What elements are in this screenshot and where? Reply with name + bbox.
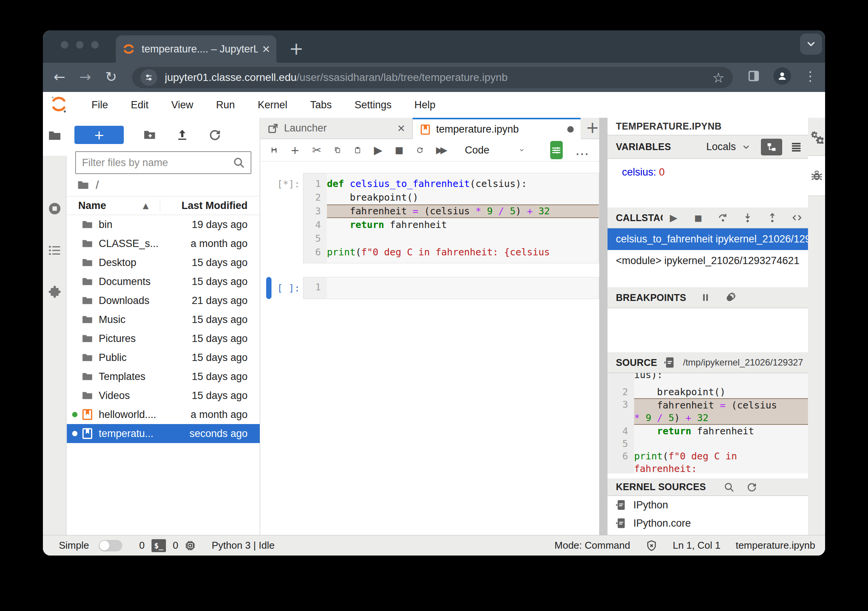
file-row[interactable]: Desktop15 days ago: [67, 253, 260, 272]
evaluate-code-icon[interactable]: [791, 212, 803, 223]
breadcrumb-root[interactable]: /: [96, 179, 99, 192]
trust-shield-icon[interactable]: [645, 540, 658, 552]
continue-icon[interactable]: ▶: [668, 212, 679, 223]
kernel-source-item[interactable]: IPython.core: [608, 514, 808, 532]
menu-tabs[interactable]: Tabs: [310, 99, 332, 111]
new-launcher-button[interactable]: +: [74, 126, 124, 144]
add-tab-button[interactable]: +: [586, 118, 599, 139]
menu-view[interactable]: View: [171, 99, 193, 111]
new-folder-icon[interactable]: [143, 128, 156, 142]
filter-files-input[interactable]: [76, 157, 232, 169]
deactivate-breakpoints-icon[interactable]: [725, 292, 736, 303]
menu-kernel[interactable]: Kernel: [258, 99, 287, 111]
file-row[interactable]: CLASSE_s...a month ago: [67, 234, 260, 253]
minimize-window-button[interactable]: [76, 41, 84, 49]
active-cell-indicator[interactable]: [266, 277, 271, 299]
scope-select[interactable]: Locals: [706, 141, 736, 153]
browser-tab[interactable]: temperature.... – JupyterLab ✕: [116, 35, 276, 63]
close-tab-icon[interactable]: ✕: [262, 43, 270, 55]
filter-files-field[interactable]: [75, 151, 251, 174]
open-source-icon[interactable]: [663, 356, 676, 369]
menu-help[interactable]: Help: [414, 99, 436, 111]
refresh-kernel-sources-icon[interactable]: [746, 481, 758, 493]
variables-section-header[interactable]: VARIABLES Locals: [608, 135, 808, 159]
bookmark-star-icon[interactable]: ☆: [712, 70, 724, 85]
terminals-count[interactable]: 0: [139, 540, 144, 551]
side-panel-icon[interactable]: [747, 69, 761, 83]
site-settings-icon[interactable]: [140, 69, 157, 86]
breadcrumb[interactable]: /: [67, 174, 260, 196]
file-row[interactable]: Music15 days ago: [67, 310, 260, 329]
home-folder-icon[interactable]: [77, 179, 90, 192]
search-kernel-sources-icon[interactable]: [723, 481, 735, 493]
kernel-source-item[interactable]: IPython.core.application: [608, 532, 808, 535]
sort-ascending-icon[interactable]: ▲: [143, 201, 148, 210]
kernel-sources-section-header[interactable]: KERNEL SOURCES: [608, 478, 808, 496]
tab-temperature-ipynb[interactable]: temperature.ipynb: [413, 118, 581, 139]
cell-type-chevron-icon[interactable]: [519, 145, 525, 155]
file-row[interactable]: helloworld....a month ago: [67, 405, 260, 424]
pause-on-exception-icon[interactable]: [700, 292, 711, 303]
address-bar[interactable]: jupyter01.classe.cornell.edu/user/ssasid…: [132, 67, 733, 88]
callstack-section-header[interactable]: CALLSTACK ▶ ■: [608, 207, 808, 228]
file-row[interactable]: bin19 days ago: [67, 215, 260, 234]
cut-cell-icon[interactable]: ✂: [312, 144, 321, 156]
file-row[interactable]: Public15 days ago: [67, 348, 260, 367]
cell-type-select[interactable]: Code: [465, 144, 489, 156]
interrupt-kernel-icon[interactable]: ■: [395, 144, 404, 156]
menu-settings[interactable]: Settings: [355, 99, 392, 111]
copy-cell-icon[interactable]: [334, 144, 341, 156]
tab-search-button[interactable]: [800, 33, 822, 55]
code-cell-2[interactable]: [ ]: 1: [260, 277, 599, 299]
source-section-header[interactable]: SOURCE /tmp/ipykernel_21026/1293274621: [608, 352, 808, 373]
cell2-editor[interactable]: 1: [303, 277, 599, 299]
file-row[interactable]: Downloads21 days ago: [67, 291, 260, 310]
restart-kernel-icon[interactable]: [416, 144, 424, 156]
paste-cell-icon[interactable]: [354, 144, 361, 156]
column-name[interactable]: Name: [67, 200, 143, 212]
column-last-modified[interactable]: Last Modified: [160, 200, 260, 212]
file-row[interactable]: Pictures15 days ago: [67, 329, 260, 348]
unsaved-changes-indicator[interactable]: [567, 126, 574, 133]
kernel-status[interactable]: Python 3 | Idle: [211, 540, 275, 551]
source-code-view[interactable]: ius):2 breakpoint()3 fahrenheit = (celsi…: [608, 373, 808, 473]
active-file-name[interactable]: temperature.ipynb: [735, 540, 815, 551]
close-window-button[interactable]: [61, 41, 68, 49]
forward-icon[interactable]: →: [79, 68, 91, 86]
reload-icon[interactable]: ↻: [105, 68, 117, 86]
callstack-frame[interactable]: celsius_to_fahrenheit ipykernel_21026/12…: [608, 228, 808, 250]
panel-splitter[interactable]: [599, 118, 608, 535]
step-in-icon[interactable]: [742, 212, 753, 223]
extension-manager-tab-icon[interactable]: [47, 285, 62, 299]
more-actions-icon[interactable]: …: [575, 142, 594, 158]
save-icon[interactable]: [270, 144, 278, 156]
tab-launcher[interactable]: Launcher ✕: [260, 118, 413, 139]
refresh-file-list-icon[interactable]: [208, 128, 222, 142]
simple-mode-toggle[interactable]: [99, 540, 122, 551]
breakpoints-section-header[interactable]: BREAKPOINTS: [608, 287, 808, 308]
file-row[interactable]: temperatu...seconds ago: [67, 424, 260, 443]
scope-chevron-icon[interactable]: [741, 142, 751, 152]
add-cell-icon[interactable]: +: [290, 144, 300, 156]
run-cell-icon[interactable]: ▶: [374, 144, 382, 156]
back-icon[interactable]: ←: [54, 68, 65, 86]
debugger-tab[interactable]: [808, 156, 825, 196]
file-browser-tab-icon[interactable]: [47, 128, 62, 143]
restart-run-all-icon[interactable]: ▶▶: [436, 144, 445, 156]
step-out-icon[interactable]: [767, 212, 778, 223]
code-cell-1[interactable]: [*]: 1def celsius_to_fahrenheit(celsius)…: [260, 173, 599, 263]
step-over-icon[interactable]: [717, 212, 729, 223]
terminate-icon[interactable]: ■: [693, 212, 704, 223]
cell1-editor[interactable]: 1def celsius_to_fahrenheit(celsius):2 br…: [303, 173, 599, 263]
cursor-position[interactable]: Ln 1, Col 1: [673, 540, 721, 551]
property-inspector-tab[interactable]: [808, 118, 825, 156]
table-view-icon[interactable]: [790, 141, 803, 154]
kernels-count[interactable]: 0: [173, 540, 178, 551]
menu-edit[interactable]: Edit: [131, 99, 149, 111]
kernel-source-item[interactable]: IPython: [608, 496, 808, 514]
debugger-toggle-button[interactable]: [550, 141, 563, 159]
file-row[interactable]: Videos15 days ago: [67, 386, 260, 405]
file-row[interactable]: Templates15 days ago: [67, 367, 260, 386]
window-controls[interactable]: [61, 41, 99, 49]
menu-run[interactable]: Run: [216, 99, 235, 111]
